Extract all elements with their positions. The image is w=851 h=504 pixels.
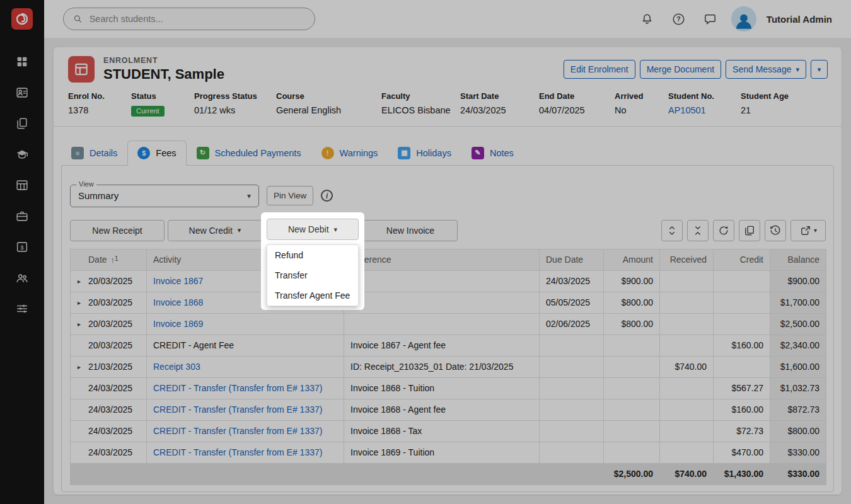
dim-overlay [0,0,851,504]
debit-menu-item-transfer-agent-fee[interactable]: Transfer Agent Fee [267,285,358,306]
debit-menu-item-transfer[interactable]: Transfer [267,265,358,285]
caret-down-icon: ▾ [334,226,338,234]
debit-menu-item-refund[interactable]: Refund [267,245,358,265]
new-debit-button[interactable]: New Debit ▾ [267,219,359,240]
tutorial-spotlight: New Debit ▾ RefundTransferTransfer Agent… [261,212,364,310]
new-debit-label: New Debit [288,224,329,234]
new-debit-menu: RefundTransferTransfer Agent Fee [267,244,359,306]
